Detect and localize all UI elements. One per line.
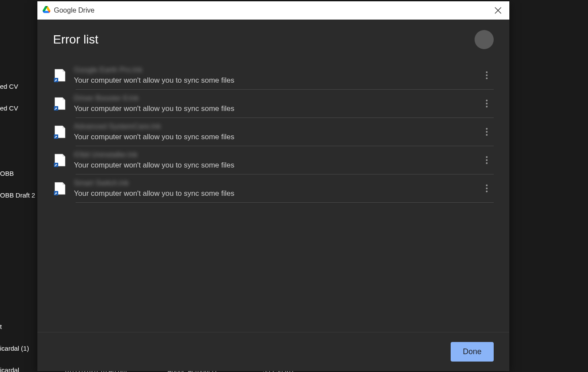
more-vertical-icon bbox=[486, 156, 488, 164]
more-options-button[interactable] bbox=[480, 153, 494, 167]
close-button[interactable] bbox=[492, 4, 504, 17]
loading-indicator bbox=[475, 30, 494, 49]
error-message: Your computer won't allow you to sync so… bbox=[74, 161, 473, 170]
file-name: Driver Booster 8.lnk bbox=[74, 94, 473, 103]
done-button[interactable]: Done bbox=[451, 342, 494, 362]
file-name: Google Earth Pro.lnk bbox=[74, 66, 473, 74]
close-icon bbox=[495, 7, 502, 14]
desktop-file-label: ed CV bbox=[0, 83, 18, 90]
error-item: IObit Uninstaller.lnk Your computer won'… bbox=[53, 146, 494, 174]
more-options-button[interactable] bbox=[480, 125, 494, 139]
error-dialog: Google Drive Error list bbox=[37, 1, 509, 371]
file-name: Advanced SystemCare.lnk bbox=[74, 122, 473, 131]
error-message: Your computer won't allow you to sync so… bbox=[74, 104, 473, 113]
error-item: Advanced SystemCare.lnk Your computer wo… bbox=[53, 118, 494, 146]
page-title: Error list bbox=[53, 33, 98, 47]
app-title: Google Drive bbox=[54, 7, 94, 14]
error-item: Driver Booster 8.lnk Your computer won't… bbox=[53, 90, 494, 117]
desktop-file-label: icardal bbox=[0, 366, 19, 372]
more-options-button[interactable] bbox=[480, 68, 494, 82]
error-item: Smart Switch.lnk Your computer won't all… bbox=[53, 174, 494, 202]
dialog-footer: Done bbox=[37, 332, 509, 371]
shortcut-file-icon bbox=[53, 153, 67, 167]
title-bar: Google Drive bbox=[37, 1, 509, 20]
google-drive-icon bbox=[43, 6, 50, 15]
desktop-file-label: icardal (1) bbox=[0, 345, 29, 352]
desktop-file-label: t bbox=[0, 323, 2, 330]
divider bbox=[76, 202, 494, 203]
shortcut-file-icon bbox=[53, 68, 67, 82]
more-vertical-icon bbox=[486, 71, 488, 79]
file-name: IObit Uninstaller.lnk bbox=[74, 151, 473, 159]
shortcut-file-icon bbox=[53, 97, 67, 111]
error-message: Your computer won't allow you to sync so… bbox=[74, 133, 473, 141]
error-item: Google Earth Pro.lnk Your computer won't… bbox=[53, 61, 494, 89]
dialog-content: Error list Google Earth Pro.lnk Your com… bbox=[37, 20, 509, 332]
shortcut-file-icon bbox=[53, 125, 67, 139]
more-options-button[interactable] bbox=[480, 181, 494, 195]
desktop-file-label: OBB bbox=[0, 170, 14, 177]
file-name: Smart Switch.lnk bbox=[74, 179, 473, 188]
more-options-button[interactable] bbox=[480, 97, 494, 111]
error-message: Your computer won't allow you to sync so… bbox=[74, 76, 473, 85]
desktop-file-label: ed CV bbox=[0, 104, 18, 112]
more-vertical-icon bbox=[486, 100, 488, 107]
more-vertical-icon bbox=[486, 128, 488, 136]
error-message: Your computer won't allow you to sync so… bbox=[74, 189, 473, 198]
error-list: Google Earth Pro.lnk Your computer won't… bbox=[53, 61, 494, 203]
shortcut-file-icon bbox=[53, 181, 67, 195]
more-vertical-icon bbox=[486, 184, 488, 192]
desktop-file-label: OBB Draft 2 bbox=[0, 191, 35, 199]
